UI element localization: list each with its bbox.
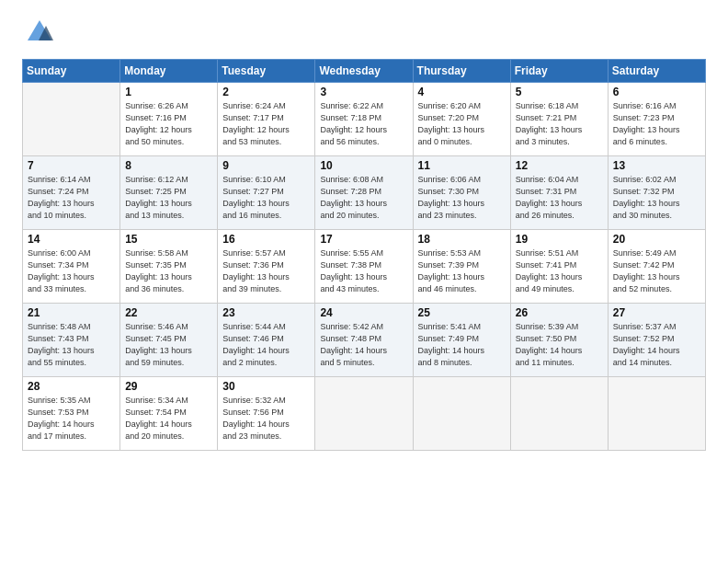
day-info: Sunrise: 5:41 AM Sunset: 7:49 PM Dayligh… (418, 321, 506, 369)
day-number: 14 (28, 233, 115, 246)
weekday-header-friday: Friday (510, 60, 608, 83)
day-number: 6 (613, 86, 700, 98)
day-info: Sunrise: 6:16 AM Sunset: 7:23 PM Dayligh… (613, 100, 700, 148)
day-info: Sunrise: 5:32 AM Sunset: 7:56 PM Dayligh… (222, 395, 310, 442)
calendar-day-cell: 4Sunrise: 6:20 AM Sunset: 7:20 PM Daylig… (413, 83, 510, 156)
calendar-day-cell: 22Sunrise: 5:46 AM Sunset: 7:45 PM Dayli… (120, 304, 218, 377)
day-info: Sunrise: 5:53 AM Sunset: 7:39 PM Dayligh… (418, 247, 506, 295)
day-info: Sunrise: 5:58 AM Sunset: 7:35 PM Dayligh… (125, 247, 212, 295)
day-number: 28 (28, 380, 115, 393)
day-info: Sunrise: 6:26 AM Sunset: 7:16 PM Dayligh… (125, 100, 212, 148)
calendar-day-cell: 30Sunrise: 5:32 AM Sunset: 7:56 PM Dayli… (218, 377, 315, 451)
logo-icon (26, 18, 53, 46)
day-number: 22 (125, 306, 212, 319)
weekday-header-monday: Monday (120, 60, 218, 83)
day-info: Sunrise: 6:22 AM Sunset: 7:18 PM Dayligh… (320, 100, 407, 148)
day-number: 21 (28, 306, 115, 319)
day-info: Sunrise: 6:00 AM Sunset: 7:34 PM Dayligh… (28, 247, 115, 295)
day-info: Sunrise: 6:06 AM Sunset: 7:30 PM Dayligh… (418, 174, 506, 222)
day-number: 24 (320, 306, 407, 319)
header (22, 18, 706, 46)
calendar-day-cell (413, 377, 510, 451)
day-info: Sunrise: 5:37 AM Sunset: 7:52 PM Dayligh… (613, 321, 700, 369)
day-number: 30 (222, 380, 310, 393)
calendar-day-cell: 6Sunrise: 6:16 AM Sunset: 7:23 PM Daylig… (608, 83, 705, 156)
calendar-day-cell: 29Sunrise: 5:34 AM Sunset: 7:54 PM Dayli… (120, 377, 218, 451)
day-info: Sunrise: 5:35 AM Sunset: 7:53 PM Dayligh… (28, 395, 115, 442)
calendar-day-cell: 24Sunrise: 5:42 AM Sunset: 7:48 PM Dayli… (315, 304, 413, 377)
calendar-day-cell: 5Sunrise: 6:18 AM Sunset: 7:21 PM Daylig… (510, 83, 608, 156)
day-info: Sunrise: 6:10 AM Sunset: 7:27 PM Dayligh… (222, 174, 310, 222)
day-info: Sunrise: 5:46 AM Sunset: 7:45 PM Dayligh… (125, 321, 212, 369)
calendar-week-row: 14Sunrise: 6:00 AM Sunset: 7:34 PM Dayli… (23, 230, 706, 304)
day-info: Sunrise: 5:55 AM Sunset: 7:38 PM Dayligh… (320, 247, 407, 295)
day-number: 18 (418, 233, 506, 246)
calendar-day-cell: 18Sunrise: 5:53 AM Sunset: 7:39 PM Dayli… (413, 230, 510, 304)
calendar-day-cell: 11Sunrise: 6:06 AM Sunset: 7:30 PM Dayli… (413, 156, 510, 230)
day-info: Sunrise: 6:14 AM Sunset: 7:24 PM Dayligh… (28, 174, 115, 222)
day-info: Sunrise: 5:57 AM Sunset: 7:36 PM Dayligh… (222, 247, 310, 295)
day-number: 17 (320, 233, 407, 246)
page: SundayMondayTuesdayWednesdayThursdayFrid… (0, 0, 728, 563)
calendar-day-cell: 3Sunrise: 6:22 AM Sunset: 7:18 PM Daylig… (315, 83, 413, 156)
calendar-day-cell: 20Sunrise: 5:49 AM Sunset: 7:42 PM Dayli… (608, 230, 705, 304)
calendar-day-cell: 8Sunrise: 6:12 AM Sunset: 7:25 PM Daylig… (120, 156, 218, 230)
day-info: Sunrise: 6:04 AM Sunset: 7:31 PM Dayligh… (516, 174, 603, 222)
calendar-day-cell: 2Sunrise: 6:24 AM Sunset: 7:17 PM Daylig… (218, 83, 315, 156)
calendar-day-cell: 1Sunrise: 6:26 AM Sunset: 7:16 PM Daylig… (120, 83, 218, 156)
calendar-day-cell (608, 377, 705, 451)
day-info: Sunrise: 5:39 AM Sunset: 7:50 PM Dayligh… (516, 321, 603, 369)
day-number: 4 (418, 86, 506, 98)
day-number: 3 (320, 86, 407, 98)
day-info: Sunrise: 6:18 AM Sunset: 7:21 PM Dayligh… (516, 100, 603, 148)
day-number: 27 (613, 306, 700, 319)
day-info: Sunrise: 5:42 AM Sunset: 7:48 PM Dayligh… (320, 321, 407, 369)
calendar-table: SundayMondayTuesdayWednesdayThursdayFrid… (22, 59, 706, 451)
weekday-header-thursday: Thursday (413, 60, 510, 83)
day-number: 7 (28, 159, 115, 172)
day-info: Sunrise: 5:48 AM Sunset: 7:43 PM Dayligh… (28, 321, 115, 369)
calendar-day-cell: 15Sunrise: 5:58 AM Sunset: 7:35 PM Dayli… (120, 230, 218, 304)
calendar-day-cell (315, 377, 413, 451)
calendar-day-cell: 17Sunrise: 5:55 AM Sunset: 7:38 PM Dayli… (315, 230, 413, 304)
weekday-header-wednesday: Wednesday (315, 60, 413, 83)
calendar-day-cell: 23Sunrise: 5:44 AM Sunset: 7:46 PM Dayli… (218, 304, 315, 377)
day-number: 25 (418, 306, 506, 319)
weekday-header-sunday: Sunday (23, 60, 120, 83)
day-info: Sunrise: 6:08 AM Sunset: 7:28 PM Dayligh… (320, 174, 407, 222)
calendar-day-cell: 28Sunrise: 5:35 AM Sunset: 7:53 PM Dayli… (23, 377, 120, 451)
day-number: 15 (125, 233, 212, 246)
day-number: 20 (613, 233, 700, 246)
day-number: 13 (613, 159, 700, 172)
day-number: 19 (516, 233, 603, 246)
day-number: 2 (222, 86, 310, 98)
calendar-day-cell: 25Sunrise: 5:41 AM Sunset: 7:49 PM Dayli… (413, 304, 510, 377)
calendar-day-cell: 16Sunrise: 5:57 AM Sunset: 7:36 PM Dayli… (218, 230, 315, 304)
calendar-day-cell: 13Sunrise: 6:02 AM Sunset: 7:32 PM Dayli… (608, 156, 705, 230)
calendar-week-row: 28Sunrise: 5:35 AM Sunset: 7:53 PM Dayli… (23, 377, 706, 451)
day-number: 8 (125, 159, 212, 172)
day-number: 9 (222, 159, 310, 172)
day-number: 1 (125, 86, 212, 98)
day-info: Sunrise: 6:20 AM Sunset: 7:20 PM Dayligh… (418, 100, 506, 148)
day-info: Sunrise: 5:51 AM Sunset: 7:41 PM Dayligh… (516, 247, 603, 295)
calendar-week-row: 21Sunrise: 5:48 AM Sunset: 7:43 PM Dayli… (23, 304, 706, 377)
calendar-day-cell (510, 377, 608, 451)
day-info: Sunrise: 5:34 AM Sunset: 7:54 PM Dayligh… (125, 395, 212, 442)
weekday-header-tuesday: Tuesday (218, 60, 315, 83)
calendar-day-cell: 12Sunrise: 6:04 AM Sunset: 7:31 PM Dayli… (510, 156, 608, 230)
calendar-day-cell: 14Sunrise: 6:00 AM Sunset: 7:34 PM Dayli… (23, 230, 120, 304)
weekday-header-saturday: Saturday (608, 60, 705, 83)
day-number: 26 (516, 306, 603, 319)
calendar-day-cell: 9Sunrise: 6:10 AM Sunset: 7:27 PM Daylig… (218, 156, 315, 230)
calendar-day-cell: 26Sunrise: 5:39 AM Sunset: 7:50 PM Dayli… (510, 304, 608, 377)
day-number: 29 (125, 380, 212, 393)
weekday-header-row: SundayMondayTuesdayWednesdayThursdayFrid… (23, 60, 706, 83)
calendar-day-cell (23, 83, 120, 156)
day-number: 5 (516, 86, 603, 98)
calendar-week-row: 7Sunrise: 6:14 AM Sunset: 7:24 PM Daylig… (23, 156, 706, 230)
day-number: 23 (222, 306, 310, 319)
calendar-week-row: 1Sunrise: 6:26 AM Sunset: 7:16 PM Daylig… (23, 83, 706, 156)
day-number: 12 (516, 159, 603, 172)
day-info: Sunrise: 5:49 AM Sunset: 7:42 PM Dayligh… (613, 247, 700, 295)
